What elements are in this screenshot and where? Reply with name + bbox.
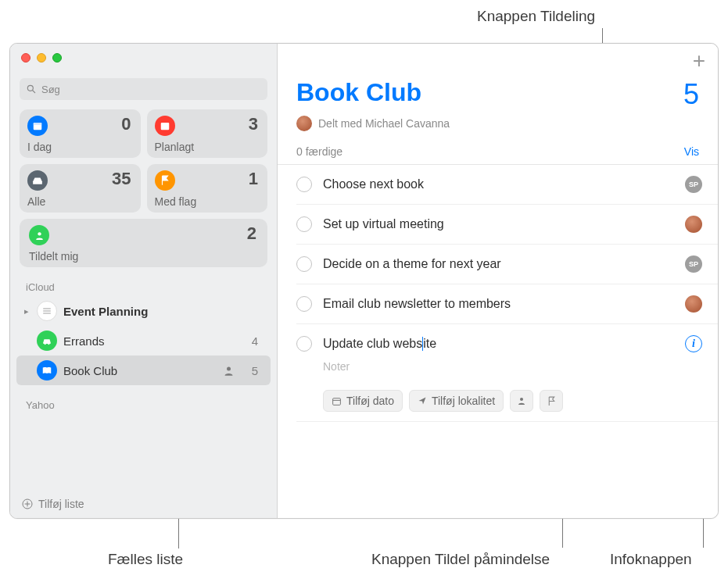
assignee-badge[interactable] — [685, 216, 702, 233]
list-icon — [37, 301, 57, 321]
svg-point-10 — [48, 342, 49, 344]
svg-point-5 — [38, 232, 41, 235]
completed-count: 0 færdige — [296, 145, 342, 158]
callout-info-button: Infoknappen — [610, 551, 692, 568]
smart-scheduled-label: Planlagt — [155, 141, 260, 153]
svg-line-1 — [33, 91, 35, 93]
smart-today[interactable]: 0 I dag — [20, 109, 141, 158]
callout-shared-list: Fælles liste — [108, 551, 183, 568]
svg-point-11 — [227, 366, 231, 370]
calendar-icon — [332, 396, 342, 406]
flag-icon — [547, 396, 556, 406]
minimize-icon[interactable] — [37, 53, 46, 63]
shared-with-label: Delt med Michael Cavanna — [318, 117, 450, 130]
svg-rect-15 — [333, 398, 341, 405]
reminder-row[interactable]: Set up virtual meeting — [296, 205, 718, 245]
shared-with-row[interactable]: Delt med Michael Cavanna — [278, 114, 718, 139]
tray-icon — [27, 170, 48, 191]
search-icon — [26, 84, 37, 95]
add-date-button[interactable]: Tilføj dato — [323, 390, 403, 412]
smart-flagged[interactable]: 1 Med flag — [147, 164, 268, 213]
location-icon — [418, 396, 427, 406]
quick-actions-row: Tilføj dato Tilføj lokalitet — [296, 390, 702, 412]
reminder-title-input[interactable]: Update club website — [323, 337, 674, 352]
smart-today-count: 0 — [121, 114, 131, 134]
list-title: Book Club — [296, 78, 683, 107]
complete-radio[interactable] — [296, 216, 312, 232]
reminder-title[interactable]: Choose next book — [323, 177, 674, 191]
show-completed-button[interactable]: Vis — [684, 145, 699, 158]
complete-radio[interactable] — [296, 256, 312, 272]
complete-radio[interactable] — [296, 336, 312, 352]
complete-radio[interactable] — [296, 177, 312, 192]
chevron-right-icon[interactable]: ▸ — [24, 306, 35, 316]
assignee-badge[interactable]: SP — [685, 176, 702, 193]
completed-row: 0 færdige Vis — [278, 139, 718, 165]
smart-flagged-label: Med flag — [155, 195, 260, 208]
close-icon[interactable] — [21, 53, 30, 63]
svg-point-0 — [27, 85, 33, 91]
reminder-row[interactable]: Choose next book SP — [296, 165, 718, 205]
book-icon — [37, 360, 57, 381]
smart-assigned-count: 2 — [247, 223, 256, 244]
smart-today-label: I dag — [27, 141, 133, 153]
avatar — [296, 116, 312, 131]
account-header-yahoo: Yahoo — [10, 385, 277, 414]
car-icon — [37, 331, 57, 351]
sidebar-list-name: Errands — [63, 334, 241, 348]
sidebar-list-name: Event Planning — [63, 305, 241, 318]
plus-circle-icon — [21, 498, 34, 510]
search-placeholder: Søg — [41, 84, 60, 95]
svg-rect-4 — [160, 123, 169, 130]
add-location-button[interactable]: Tilføj lokalitet — [409, 390, 504, 412]
reminders-window: Søg 0 I dag 3 Planlagt 35 — [9, 43, 719, 519]
person-icon — [517, 396, 526, 406]
callout-assign-reminder: Knappen Tildel påmindelse — [371, 551, 550, 568]
main-panel: + Book Club 5 Delt med Michael Cavanna 0… — [278, 44, 718, 518]
smart-lists-grid: 0 I dag 3 Planlagt 35 Alle — [10, 109, 277, 213]
calendar-icon — [27, 116, 48, 136]
sidebar-list-count: 4 — [241, 334, 258, 348]
svg-point-9 — [45, 342, 46, 344]
callout-assign-button: Knappen Tildeling — [477, 8, 595, 25]
account-header-icloud: iCloud — [10, 267, 277, 296]
sidebar-list-name: Book Club — [63, 364, 223, 377]
reminder-row[interactable]: Email club newsletter to members — [296, 284, 718, 324]
assignee-badge[interactable]: SP — [685, 255, 702, 273]
sidebar-list-event-planning[interactable]: ▸ Event Planning — [16, 296, 271, 326]
info-button[interactable]: i — [685, 335, 702, 352]
svg-point-17 — [520, 398, 523, 401]
smart-assigned[interactable]: 2 Tildelt mig — [20, 219, 267, 267]
reminder-row[interactable]: Decide on a theme for next year SP — [296, 245, 718, 284]
complete-radio[interactable] — [296, 296, 312, 312]
reminder-title[interactable]: Set up virtual meeting — [323, 217, 674, 231]
smart-scheduled[interactable]: 3 Planlagt — [147, 109, 268, 158]
add-list-button[interactable]: Tilføj liste — [10, 491, 277, 518]
flag-icon — [155, 170, 175, 191]
new-reminder-button[interactable]: + — [693, 53, 705, 69]
person-icon — [29, 225, 49, 245]
shared-icon — [223, 365, 235, 377]
list-header: Book Club 5 — [278, 70, 718, 114]
list-count: 5 — [683, 78, 699, 111]
search-input[interactable]: Søg — [20, 78, 267, 100]
sidebar-list-errands[interactable]: Errands 4 — [16, 326, 271, 356]
notes-input[interactable]: Noter — [296, 360, 702, 373]
reminder-title[interactable]: Email club newsletter to members — [323, 297, 674, 311]
maximize-icon[interactable] — [52, 53, 62, 63]
assignee-badge[interactable] — [685, 295, 702, 313]
reminder-row-editing[interactable]: Update club website i Noter Tilføj dato … — [296, 324, 718, 422]
add-list-label: Tilføj liste — [38, 498, 84, 510]
assign-button[interactable] — [510, 390, 533, 412]
toolbar: + — [278, 44, 718, 70]
smart-flagged-count: 1 — [249, 169, 258, 189]
reminder-title[interactable]: Decide on a theme for next year — [323, 257, 674, 271]
sidebar-list-book-club[interactable]: Book Club 5 — [16, 356, 271, 385]
smart-all[interactable]: 35 Alle — [20, 164, 141, 213]
flag-button[interactable] — [540, 390, 563, 412]
window-controls — [10, 44, 277, 72]
smart-assigned-label: Tildelt mig — [29, 250, 258, 263]
sidebar: Søg 0 I dag 3 Planlagt 35 — [10, 44, 278, 518]
sidebar-list-count: 5 — [241, 364, 258, 377]
calendar-icon — [155, 116, 175, 136]
